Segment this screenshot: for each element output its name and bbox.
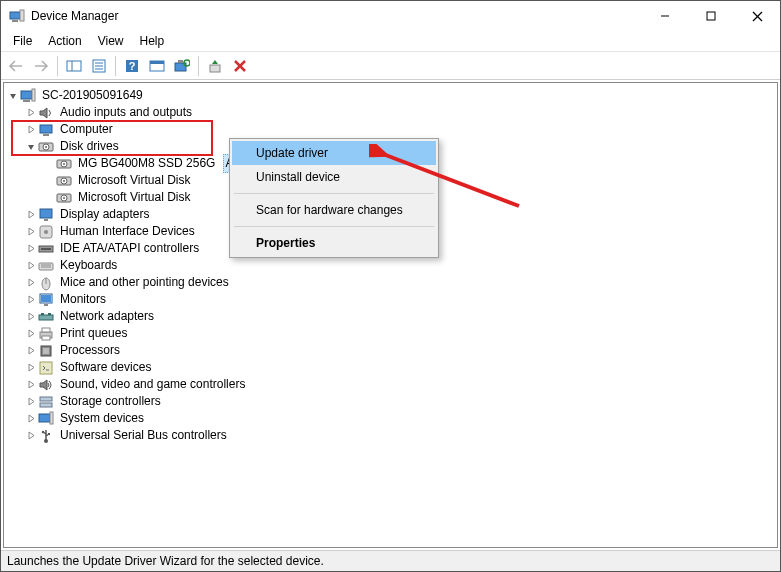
tree-category[interactable]: Storage controllers bbox=[6, 393, 775, 410]
expander-icon[interactable] bbox=[24, 395, 38, 409]
menu-help[interactable]: Help bbox=[132, 33, 173, 49]
svg-rect-52 bbox=[41, 295, 51, 302]
tree-category-label: Print queues bbox=[58, 325, 129, 342]
tree-category-label: IDE ATA/ATAPI controllers bbox=[58, 240, 201, 257]
tree-category[interactable]: Monitors bbox=[6, 291, 775, 308]
properties-button[interactable] bbox=[88, 55, 110, 77]
expander-icon[interactable] bbox=[24, 429, 38, 443]
expander-icon[interactable] bbox=[6, 89, 20, 103]
expander-icon[interactable] bbox=[24, 293, 38, 307]
hid-icon bbox=[38, 224, 54, 240]
svg-rect-62 bbox=[40, 362, 52, 374]
tree-category[interactable]: Software devices bbox=[6, 359, 775, 376]
tree-category[interactable]: Print queues bbox=[6, 325, 775, 342]
tree-category[interactable]: Sound, video and game controllers bbox=[6, 376, 775, 393]
svg-rect-0 bbox=[10, 12, 20, 19]
svg-rect-7 bbox=[67, 61, 81, 71]
svg-rect-24 bbox=[32, 89, 35, 101]
tree-category[interactable]: Keyboards bbox=[6, 257, 775, 274]
action-button[interactable] bbox=[146, 55, 168, 77]
context-menu-item[interactable]: Scan for hardware changes bbox=[232, 198, 436, 222]
svg-rect-40 bbox=[40, 209, 52, 218]
tree-category[interactable]: Audio inputs and outputs bbox=[6, 104, 775, 121]
mouse-icon bbox=[38, 275, 54, 291]
tree-category[interactable]: System devices bbox=[6, 410, 775, 427]
expander-icon[interactable] bbox=[42, 174, 56, 188]
scan-hardware-button[interactable] bbox=[171, 55, 193, 77]
svg-rect-20 bbox=[210, 65, 220, 72]
svg-rect-64 bbox=[40, 403, 52, 407]
expander-icon[interactable] bbox=[24, 123, 38, 137]
menu-file[interactable]: File bbox=[5, 33, 40, 49]
expander-icon[interactable] bbox=[24, 327, 38, 341]
system-icon bbox=[38, 411, 54, 427]
menu-action[interactable]: Action bbox=[40, 33, 89, 49]
expander-icon[interactable] bbox=[42, 157, 56, 171]
show-hide-console-tree-button[interactable] bbox=[63, 55, 85, 77]
expander-icon[interactable] bbox=[24, 259, 38, 273]
tree-category-label: Human Interface Devices bbox=[58, 223, 197, 240]
disk-icon bbox=[56, 190, 72, 206]
ide-icon bbox=[38, 241, 54, 257]
tree-category-label: Mice and other pointing devices bbox=[58, 274, 231, 291]
svg-point-69 bbox=[42, 430, 44, 432]
storage-icon bbox=[38, 394, 54, 410]
context-menu: Update driverUninstall deviceScan for ha… bbox=[229, 138, 439, 258]
tree-category[interactable]: Universal Serial Bus controllers bbox=[6, 427, 775, 444]
tree-category[interactable]: Computer bbox=[6, 121, 775, 138]
software-icon bbox=[38, 360, 54, 376]
expander-icon[interactable] bbox=[24, 225, 38, 239]
minimize-button[interactable] bbox=[642, 1, 688, 31]
tree-category[interactable]: Processors bbox=[6, 342, 775, 359]
expander-icon[interactable] bbox=[24, 378, 38, 392]
update-driver-button[interactable] bbox=[204, 55, 226, 77]
device-manager-window: Device Manager File Action View Help ? S… bbox=[0, 0, 781, 572]
expander-icon[interactable] bbox=[24, 242, 38, 256]
disk-icon bbox=[56, 173, 72, 189]
expander-icon[interactable] bbox=[24, 344, 38, 358]
uninstall-button[interactable] bbox=[229, 55, 251, 77]
svg-rect-63 bbox=[40, 397, 52, 401]
svg-rect-1 bbox=[20, 10, 24, 21]
menu-view[interactable]: View bbox=[90, 33, 132, 49]
menubar: File Action View Help bbox=[1, 31, 780, 51]
context-menu-item[interactable]: Uninstall device bbox=[232, 165, 436, 189]
expander-icon[interactable] bbox=[24, 140, 38, 154]
tree-category[interactable]: Mice and other pointing devices bbox=[6, 274, 775, 291]
tree-category-label: Software devices bbox=[58, 359, 153, 376]
maximize-button[interactable] bbox=[688, 1, 734, 31]
toolbar-sep bbox=[57, 56, 58, 76]
svg-rect-55 bbox=[41, 313, 44, 315]
svg-rect-26 bbox=[40, 125, 52, 133]
tree-category-label: Keyboards bbox=[58, 257, 119, 274]
close-button[interactable] bbox=[734, 1, 780, 31]
expander-icon[interactable] bbox=[24, 208, 38, 222]
tree-category-label: Audio inputs and outputs bbox=[58, 104, 194, 121]
context-menu-item[interactable]: Properties bbox=[232, 231, 436, 255]
context-menu-separator bbox=[234, 193, 434, 194]
speaker-icon bbox=[38, 105, 54, 121]
expander-icon[interactable] bbox=[42, 191, 56, 205]
help-button[interactable]: ? bbox=[121, 55, 143, 77]
computer-root-icon bbox=[20, 88, 36, 104]
toolbar: ? bbox=[1, 52, 780, 80]
window-title: Device Manager bbox=[31, 9, 118, 23]
context-menu-item[interactable]: Update driver bbox=[232, 141, 436, 165]
app-icon bbox=[9, 8, 25, 24]
svg-rect-59 bbox=[42, 336, 50, 340]
expander-icon[interactable] bbox=[24, 276, 38, 290]
tree-category-label: Disk drives bbox=[58, 138, 121, 155]
svg-point-39 bbox=[63, 197, 65, 199]
tree-root-label: SC-201905091649 bbox=[40, 87, 145, 104]
expander-icon[interactable] bbox=[24, 361, 38, 375]
back-button[interactable] bbox=[5, 55, 27, 77]
tree-device-label: Microsoft Virtual Disk bbox=[76, 189, 192, 206]
toolbar-sep bbox=[115, 56, 116, 76]
tree-root[interactable]: SC-201905091649 bbox=[6, 87, 775, 104]
expander-icon[interactable] bbox=[24, 106, 38, 120]
expander-icon[interactable] bbox=[24, 310, 38, 324]
tree-category[interactable]: Network adapters bbox=[6, 308, 775, 325]
svg-rect-16 bbox=[150, 61, 164, 64]
forward-button[interactable] bbox=[30, 55, 52, 77]
expander-icon[interactable] bbox=[24, 412, 38, 426]
